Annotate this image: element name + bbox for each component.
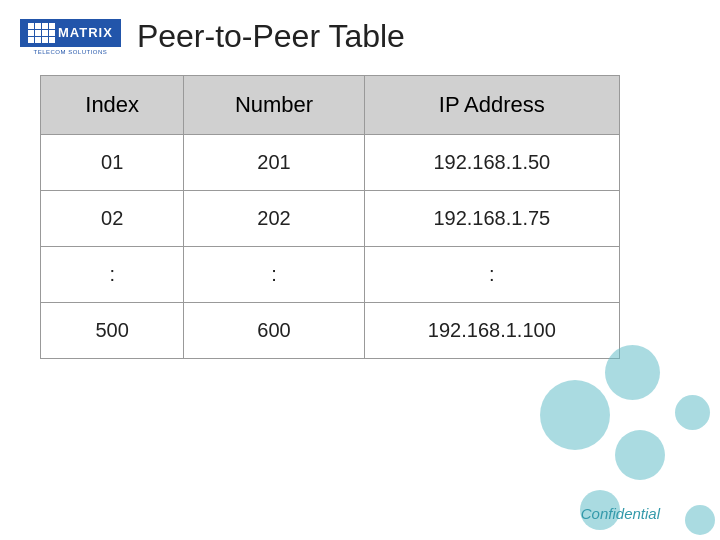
cell-number-0: 201 <box>184 135 364 191</box>
circle-6 <box>685 505 715 535</box>
circle-5 <box>675 395 710 430</box>
peer-table: Index Number IP Address 01201192.168.1.5… <box>40 75 620 359</box>
logo: MATRIX TELECOM SOLUTIONS <box>20 19 121 55</box>
circle-3 <box>615 430 665 480</box>
cell-index-3: 500 <box>41 303 184 359</box>
confidential-label: Confidential <box>581 505 660 522</box>
table-header-row: Index Number IP Address <box>41 76 620 135</box>
table-row: 02202192.168.1.75 <box>41 191 620 247</box>
cell-number-3: 600 <box>184 303 364 359</box>
logo-sub: TELECOM SOLUTIONS <box>34 49 108 55</box>
table-row: ::: <box>41 247 620 303</box>
cell-ip-1: 192.168.1.75 <box>364 191 619 247</box>
cell-ip-3: 192.168.1.100 <box>364 303 619 359</box>
logo-top: MATRIX <box>20 19 121 47</box>
cell-index-1: 02 <box>41 191 184 247</box>
main-content: Index Number IP Address 01201192.168.1.5… <box>0 65 720 359</box>
col-header-ip: IP Address <box>364 76 619 135</box>
table-row: 01201192.168.1.50 <box>41 135 620 191</box>
table-row: 500600192.168.1.100 <box>41 303 620 359</box>
logo-text: MATRIX <box>58 25 113 40</box>
cell-number-1: 202 <box>184 191 364 247</box>
header: MATRIX TELECOM SOLUTIONS Peer-to-Peer Ta… <box>0 0 720 65</box>
cell-index-2: : <box>41 247 184 303</box>
circle-1 <box>540 380 610 450</box>
cell-index-0: 01 <box>41 135 184 191</box>
cell-ip-0: 192.168.1.50 <box>364 135 619 191</box>
col-header-index: Index <box>41 76 184 135</box>
cell-ip-2: : <box>364 247 619 303</box>
col-header-number: Number <box>184 76 364 135</box>
logo-grid <box>28 23 55 43</box>
page-title: Peer-to-Peer Table <box>137 18 405 55</box>
cell-number-2: : <box>184 247 364 303</box>
